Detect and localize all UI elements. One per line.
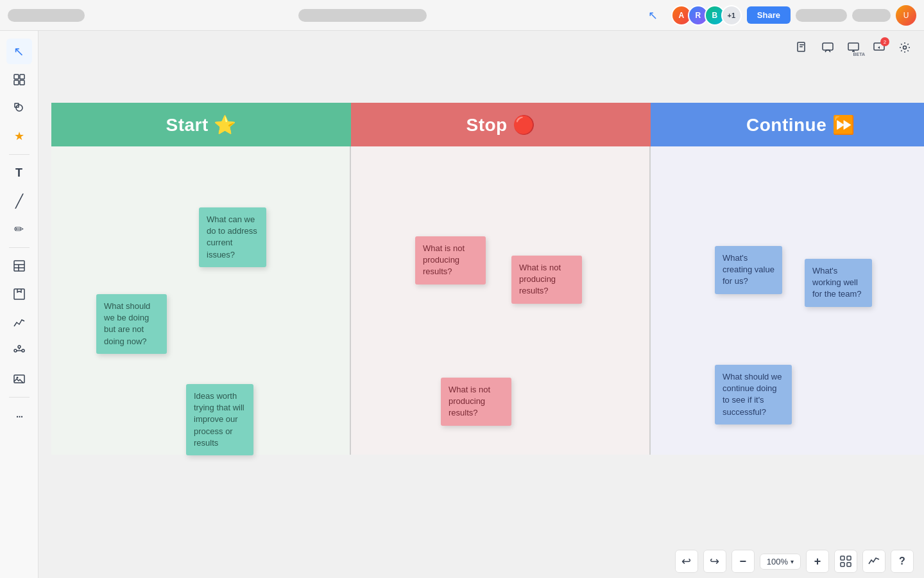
redo-button[interactable]: ↪ [703,550,726,573]
sticky-start-1[interactable]: What can we do to address current issues… [199,207,266,267]
cursor-icon: ↖ [640,3,666,28]
comments-button[interactable] [816,36,839,59]
top-bar: ↖ A R B +1 Share U [0,0,924,31]
svg-point-20 [18,346,21,348]
divider-1 [9,154,30,155]
share-screen-button[interactable]: 2 [868,36,891,59]
svg-rect-3 [823,43,833,50]
left-sidebar: ↖ ★ T ╱ ✏ ··· [0,31,38,578]
column-stop-title: Stop 🔴 [466,114,536,136]
svg-rect-8 [20,74,24,79]
avatar-group: A R B +1 [671,5,742,26]
svg-rect-10 [20,80,24,85]
sticky-continue-2[interactable]: What's working well for the team? [805,259,872,307]
svg-point-11 [16,105,22,111]
column-start-title: Start ⭐ [166,114,236,136]
svg-point-19 [22,349,24,352]
sticky-continue-3-text: What should we continue doing to see if … [723,372,782,417]
zoom-out-button[interactable]: − [732,550,755,573]
column-continue-header: Continue ⏩ [651,103,924,146]
breadcrumb-left [8,9,85,22]
zoom-value: 100% [767,557,788,566]
pages-button[interactable] [791,36,814,59]
sticky-start-2[interactable]: What should we be doing but are not doin… [96,294,167,354]
zoom-chevron: ▾ [791,558,794,565]
canvas: Start ⭐ What can we do to address curren… [38,64,924,578]
column-continue-title: Continue ⏩ [746,114,855,136]
line-tool[interactable]: ╱ [6,188,32,214]
column-start-body: What can we do to address current issues… [51,146,351,455]
avatar-count: +1 [721,5,742,26]
settings-button[interactable] [893,36,916,59]
svg-point-6 [903,46,907,49]
column-stop: Stop 🔴 What is not producing results? Wh… [351,103,651,455]
select-tool[interactable]: ↖ [6,39,32,64]
more-tool[interactable]: ··· [6,403,32,428]
zoom-in-button[interactable]: + [806,550,829,573]
chart-tool[interactable] [6,310,32,335]
top-bar-left [8,9,85,22]
svg-rect-9 [14,80,19,85]
sticky-tool[interactable] [6,281,32,307]
undo-button[interactable]: ↩ [675,550,698,573]
sticky-stop-3[interactable]: What is not producing results? [441,378,511,426]
sticky-start-3-text: Ideas worth trying that will improve our… [194,391,244,448]
sticky-start-2-text: What should we be doing but are not doin… [104,301,150,346]
svg-rect-4 [848,43,859,50]
top-bar-center [85,9,640,22]
board-container: Start ⭐ What can we do to address curren… [51,103,924,455]
breadcrumb-right-1 [796,9,847,22]
divider-3 [9,397,30,398]
svg-rect-13 [14,261,24,271]
sticky-stop-1[interactable]: What is not producing results? [415,236,486,285]
svg-rect-7 [14,74,19,79]
column-stop-header: Stop 🔴 [351,103,651,146]
sticky-stop-3-text: What is not producing results? [449,385,490,417]
fit-button[interactable] [834,550,857,573]
star-tool[interactable]: ★ [6,123,32,149]
shapes-tool[interactable] [6,95,32,121]
share-button[interactable]: Share [747,6,791,24]
user-avatar[interactable]: U [896,5,916,26]
svg-rect-26 [847,563,851,566]
table-tool[interactable] [6,253,32,279]
svg-rect-23 [841,556,844,560]
zoom-level[interactable]: 100% ▾ [760,554,801,570]
svg-rect-24 [847,556,851,560]
svg-rect-25 [841,563,844,566]
column-continue: Continue ⏩ What's creating value for us?… [651,103,924,455]
sticky-start-3[interactable]: Ideas worth trying that will improve our… [186,384,253,455]
column-continue-body: What's creating value for us? What's wor… [651,146,924,455]
column-stop-body: What is not producing results? What is n… [351,146,651,455]
sticky-continue-3[interactable]: What should we continue doing to see if … [715,365,792,425]
sticky-stop-2-text: What is not producing results? [519,263,561,295]
notification-badge: 2 [880,37,889,46]
breadcrumb-center [298,9,427,22]
svg-rect-2 [800,46,803,48]
svg-rect-17 [14,289,24,299]
connector-tool[interactable] [6,338,32,363]
sticky-stop-2[interactable]: What is not producing results? [511,256,582,304]
activity-button[interactable] [862,550,886,573]
secondary-toolbar: BETA 2 [783,31,924,64]
help-button[interactable]: ? [891,550,914,573]
svg-rect-1 [800,44,804,46]
pen-tool[interactable]: ✏ [6,216,32,242]
sticky-continue-1[interactable]: What's creating value for us? [715,246,782,294]
sticky-start-1-text: What can we do to address current issues… [207,215,257,259]
sticky-continue-2-text: What's working well for the team? [812,266,862,299]
sticky-continue-1-text: What's creating value for us? [723,253,774,286]
column-start: Start ⭐ What can we do to address curren… [51,103,351,455]
sticky-stop-1-text: What is not producing results? [423,243,465,276]
beta-label: BETA [853,52,865,57]
present-button[interactable]: BETA [842,36,865,59]
column-start-header: Start ⭐ [51,103,351,146]
top-bar-right: ↖ A R B +1 Share U [640,3,916,28]
svg-rect-21 [14,375,24,383]
svg-point-18 [14,349,17,352]
frames-tool[interactable] [6,67,32,92]
breadcrumb-right-2 [852,9,891,22]
text-tool[interactable]: T [6,160,32,186]
bottom-bar: ↩ ↪ − 100% ▾ + ? [38,545,924,578]
image-tool[interactable] [6,366,32,392]
